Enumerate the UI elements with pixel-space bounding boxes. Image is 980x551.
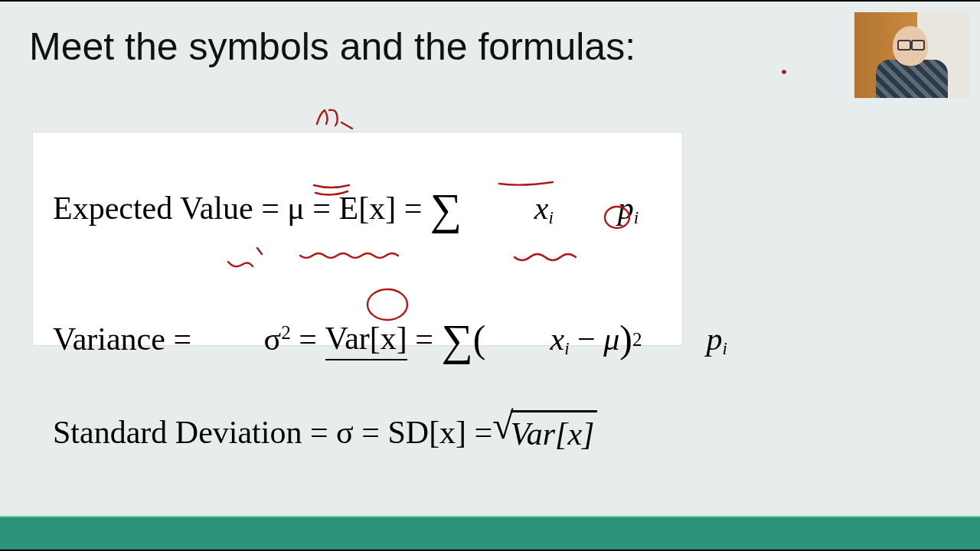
mu: μ bbox=[603, 319, 619, 360]
equals: = bbox=[299, 319, 317, 360]
annotation-mu-scribble bbox=[317, 110, 352, 129]
equals: = bbox=[312, 188, 331, 229]
xi: xi bbox=[486, 279, 570, 400]
sd-of-x: SD[x] bbox=[387, 412, 466, 453]
slide: Meet the symbols and the formulas: Expec… bbox=[0, 2, 980, 551]
equals: = bbox=[173, 319, 191, 360]
formula-sd: Standard Deviation = σ = SD[x] = √ Var[x… bbox=[53, 410, 662, 455]
label-var: Variance bbox=[53, 319, 165, 360]
equals: = bbox=[404, 188, 423, 229]
formula-box: Expected Value = μ = E[x] = ∑ xi pi Vari… bbox=[32, 132, 683, 346]
e-of-x: E[x] bbox=[339, 188, 397, 229]
equals: = bbox=[475, 412, 493, 453]
xi: xi bbox=[470, 148, 554, 269]
pi: pi bbox=[642, 279, 727, 400]
equals: = bbox=[415, 319, 433, 360]
minus: − bbox=[577, 319, 596, 360]
symbol-sigma-squared: σ2 bbox=[200, 279, 291, 400]
label-sd: Standard Deviation bbox=[53, 412, 302, 453]
exp-2: 2 bbox=[632, 328, 642, 352]
radicand: Var[x] bbox=[511, 410, 598, 455]
formula-expected-value: Expected Value = μ = E[x] = ∑ xi pi bbox=[53, 148, 662, 269]
equals: = bbox=[310, 412, 328, 453]
equals: = bbox=[361, 412, 380, 453]
pi: pi bbox=[554, 148, 639, 269]
symbol-sigma: σ bbox=[336, 412, 354, 453]
equals: = bbox=[261, 188, 279, 229]
var-of-x: Var[x] bbox=[325, 318, 407, 360]
square-root: √ Var[x] bbox=[492, 410, 597, 455]
slide-title: Meet the symbols and the formulas: bbox=[29, 24, 635, 69]
formula-variance: Variance = σ2 = Var[x] = ∑ ( xi − μ ) bbox=[53, 279, 662, 400]
paren-close: ) bbox=[619, 315, 632, 364]
paren-open: ( bbox=[473, 315, 486, 364]
slide-footer-bar bbox=[0, 516, 980, 551]
presenter-webcam bbox=[854, 12, 969, 98]
annotation-dot bbox=[782, 70, 785, 73]
label-ev: Expected Value bbox=[53, 188, 253, 229]
symbol-mu: μ bbox=[287, 188, 305, 229]
